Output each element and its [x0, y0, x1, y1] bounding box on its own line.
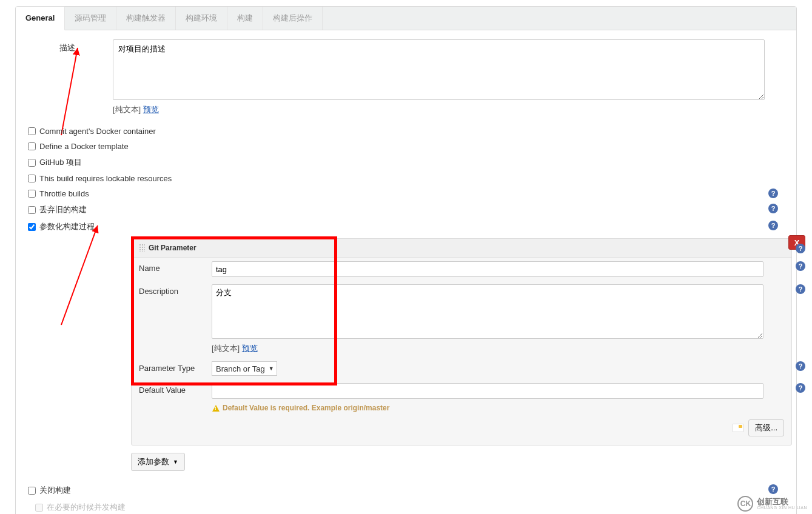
options-list: Commit agent's Docker container Define a…: [22, 124, 790, 235]
cb-commit-docker-label: Commit agent's Docker container: [39, 127, 156, 136]
cb-concurrent: [35, 504, 43, 512]
drag-handle-icon[interactable]: [139, 244, 145, 252]
default-value-input[interactable]: [212, 383, 763, 399]
help-icon[interactable]: ?: [768, 484, 778, 494]
cb-close-build[interactable]: [28, 487, 36, 495]
cb-commit-docker[interactable]: [28, 127, 36, 135]
cb-parameterized[interactable]: [28, 223, 36, 231]
help-icon[interactable]: ?: [768, 221, 778, 230]
cb-discard-old-label: 丢弃旧的构建: [39, 204, 87, 215]
dropdown-caret-icon: ▼: [269, 365, 274, 372]
cb-discard-old[interactable]: [28, 206, 36, 214]
cb-throttle-builds-label: Throttle builds: [39, 189, 89, 198]
help-icon[interactable]: ?: [768, 189, 778, 198]
dropdown-caret-icon: ▼: [173, 459, 178, 465]
cb-throttle-builds[interactable]: [28, 190, 36, 198]
cb-github-project[interactable]: [28, 159, 36, 167]
default-value-warning: Default Value is required. Example origi…: [212, 404, 791, 412]
param-desc-label: Description: [139, 284, 212, 296]
logo-mark: CK: [737, 496, 753, 512]
tab-build[interactable]: 构建: [227, 7, 263, 30]
tab-triggers[interactable]: 构建触发器: [116, 7, 176, 30]
warning-icon: [212, 405, 220, 412]
warning-text: Default Value is required. Example origi…: [223, 404, 389, 412]
tab-postbuild[interactable]: 构建后操作: [263, 7, 323, 30]
edit-icon: [733, 424, 743, 432]
help-icon[interactable]: ?: [796, 244, 805, 253]
logo-text-en: CHUANG XIN HU LIAN: [757, 506, 807, 510]
description-label: 描述: [22, 39, 113, 53]
param-type-select[interactable]: Branch or Tag ▼: [212, 361, 277, 376]
cb-close-build-label: 关闭构建: [39, 485, 71, 496]
help-icon[interactable]: ?: [768, 204, 778, 213]
default-value-label: Default Value: [139, 383, 212, 395]
add-parameter-button[interactable]: 添加参数 ▼: [131, 453, 185, 471]
param-type-value: Branch or Tag: [216, 364, 265, 373]
git-parameter-panel: X Git Parameter ? Name ? Description: [131, 238, 792, 446]
cb-lockable-resources[interactable]: [28, 175, 36, 182]
help-icon[interactable]: ?: [796, 383, 805, 393]
add-parameter-label: 添加参数: [138, 456, 169, 467]
help-icon[interactable]: ?: [796, 261, 805, 271]
config-container: General 源码管理 构建触发器 构建环境 构建 构建后操作 描述 对项目的…: [15, 6, 797, 514]
tab-bar: General 源码管理 构建触发器 构建环境 构建 构建后操作: [16, 7, 796, 30]
tab-env[interactable]: 构建环境: [176, 7, 227, 30]
param-type-label: Parameter Type: [139, 361, 212, 373]
plain-text-indicator: [纯文本]: [113, 105, 143, 114]
description-textarea[interactable]: 对项目的描述: [113, 39, 765, 100]
plain-text-indicator: [纯文本]: [212, 344, 242, 353]
param-name-input[interactable]: [212, 261, 763, 277]
help-icon[interactable]: ?: [796, 361, 805, 371]
cb-define-docker-template-label: Define a Docker template: [39, 142, 129, 151]
cb-define-docker-template[interactable]: [28, 142, 36, 150]
advanced-button[interactable]: 高级...: [748, 419, 784, 436]
svg-line-0: [61, 48, 78, 135]
cb-lockable-resources-label: This build requires lockable resources: [39, 174, 172, 183]
param-desc-textarea[interactable]: 分支: [212, 284, 763, 339]
preview-link[interactable]: 预览: [242, 344, 258, 353]
param-name-label: Name: [139, 261, 212, 273]
tab-general[interactable]: General: [16, 7, 65, 30]
watermark-logo: CK 创新互联 CHUANG XIN HU LIAN: [737, 496, 807, 512]
cb-concurrent-label: 在必要的时候并发构建: [47, 502, 126, 513]
preview-link[interactable]: 预览: [143, 105, 159, 114]
git-parameter-title: Git Parameter: [149, 244, 196, 252]
logo-text-cn: 创新互联: [757, 498, 807, 506]
tab-scm[interactable]: 源码管理: [65, 7, 116, 30]
cb-github-project-label: GitHub 项目: [39, 157, 82, 168]
cb-parameterized-label: 参数化构建过程: [39, 221, 95, 232]
help-icon[interactable]: ?: [796, 284, 805, 294]
cb-concurrent-faded: 在必要的时候并发构建: [22, 499, 790, 514]
